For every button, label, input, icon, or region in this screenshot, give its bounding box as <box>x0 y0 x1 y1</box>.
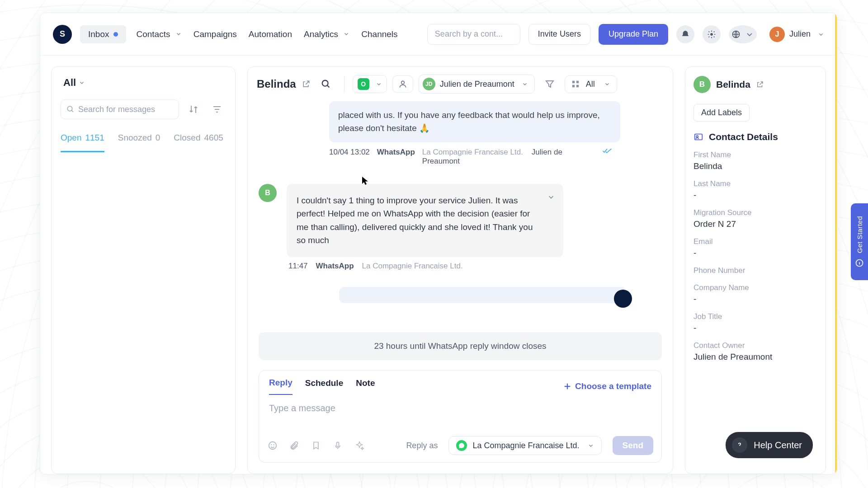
tab-label: Closed <box>174 133 200 144</box>
contact-avatar: B <box>693 76 711 93</box>
nav-automation[interactable]: Automation <box>247 26 294 43</box>
chevron-down-icon <box>376 81 382 87</box>
external-link-icon[interactable] <box>756 80 764 89</box>
user-menu[interactable]: J Julien <box>769 27 824 42</box>
filter-conversation-button[interactable] <box>540 75 559 94</box>
search-conversation-button[interactable] <box>316 74 336 94</box>
svg-rect-12 <box>337 442 339 447</box>
svg-rect-5 <box>572 81 575 83</box>
tab-count: 0 <box>156 133 160 144</box>
settings-button[interactable] <box>703 25 721 43</box>
assignee-name: Julien de Preaumont <box>440 80 514 89</box>
assignee-chip[interactable]: JD Julien de Preaumont <box>419 75 535 94</box>
chevron-down-icon <box>343 31 349 37</box>
tab-open[interactable]: Open 1151 <box>61 133 104 152</box>
choose-template-button[interactable]: Choose a template <box>563 381 651 391</box>
chevron-down-icon <box>175 31 182 37</box>
filter-button[interactable] <box>208 100 226 118</box>
sender-avatar: B <box>259 184 277 202</box>
attach-button[interactable] <box>289 440 300 451</box>
message-meta: 10/04 13:02 WhatsApp La Compagnie Franca… <box>329 148 662 166</box>
nav-contacts[interactable]: Contacts <box>134 26 183 43</box>
nav-campaigns[interactable]: Campaigns <box>192 26 239 43</box>
invite-users-button[interactable]: Invite Users <box>528 24 590 45</box>
chevron-down-icon[interactable] <box>547 193 555 201</box>
svg-point-10 <box>271 444 272 445</box>
send-button[interactable]: Send <box>613 436 653 455</box>
conversation-filter-dropdown[interactable]: All <box>63 77 226 89</box>
external-link-icon[interactable] <box>302 80 311 89</box>
outgoing-message: placed with us. If you have any feedback… <box>329 101 620 142</box>
app-logo[interactable]: S <box>53 25 72 44</box>
user-avatar: J <box>769 27 785 42</box>
top-nav: S Inbox Contacts Campaigns Automation An… <box>40 13 837 56</box>
svg-rect-6 <box>576 81 579 83</box>
composer-tab-reply[interactable]: Reply <box>269 378 292 395</box>
info-icon <box>855 258 864 267</box>
tab-closed[interactable]: Closed 4605 <box>174 133 223 152</box>
sender-selector[interactable]: La Compagnie Francaise Ltd. <box>448 436 601 455</box>
assign-person-button[interactable] <box>392 75 413 93</box>
funnel-icon <box>544 79 555 89</box>
bell-icon <box>681 30 690 39</box>
chevron-down-icon <box>604 81 610 87</box>
filter-icon <box>212 104 222 115</box>
field-first-name: First NameBelinda <box>693 150 817 171</box>
nav-channels[interactable]: Channels <box>359 26 399 43</box>
add-labels-button[interactable]: Add Labels <box>693 104 750 122</box>
sparkle-icon <box>354 441 364 450</box>
search-icon <box>66 105 75 113</box>
field-company: Company Name- <box>693 283 817 304</box>
message-input[interactable]: Type a message <box>259 395 661 432</box>
unread-dot-icon <box>113 32 118 37</box>
placeholder-text: Search by a cont... <box>435 29 503 39</box>
conversation-header: Belinda O JD Julien de Preaumont <box>248 67 673 101</box>
read-receipt-icon <box>602 148 612 154</box>
emoji-icon <box>268 441 278 450</box>
nav-inbox[interactable]: Inbox <box>80 25 126 43</box>
search-messages-input[interactable]: Search for messages <box>61 99 179 119</box>
plus-icon <box>563 382 571 390</box>
meta-time: 11:47 <box>288 262 308 271</box>
paperclip-icon <box>289 441 299 450</box>
global-search-input[interactable]: Search by a cont... <box>427 24 520 45</box>
svg-point-0 <box>710 33 712 35</box>
voice-button[interactable] <box>332 440 343 451</box>
agent-avatar <box>614 290 632 308</box>
nav-label: Analytics <box>304 29 338 39</box>
meta-company: La Compagnie Francaise Ltd. <box>362 262 463 271</box>
messages-area[interactable]: placed with us. If you have any feedback… <box>248 101 673 327</box>
view-label: All <box>586 80 595 89</box>
contact-name: Belinda <box>257 78 296 90</box>
field-job-title: Job Title- <box>693 312 817 333</box>
choose-template-label: Choose a template <box>575 381 651 391</box>
composer-tab-note[interactable]: Note <box>356 378 375 394</box>
ai-button[interactable] <box>354 440 365 451</box>
composer: Reply Schedule Note Choose a template Ty… <box>259 370 662 463</box>
get-started-tab[interactable]: Get Started <box>851 203 868 280</box>
svg-point-9 <box>269 442 277 450</box>
sort-button[interactable] <box>184 100 203 118</box>
chevron-down-icon <box>588 442 594 449</box>
nav-analytics[interactable]: Analytics <box>302 26 351 43</box>
conversation-panel: Belinda O JD Julien de Preaumont <box>247 66 673 474</box>
svg-point-3 <box>322 80 328 86</box>
sort-icon <box>188 104 199 115</box>
language-button[interactable] <box>729 25 757 43</box>
tab-snoozed[interactable]: Snoozed 0 <box>118 133 160 152</box>
view-mode-chip[interactable]: All <box>565 75 617 93</box>
gear-icon <box>707 30 716 39</box>
sender-name: La Compagnie Francaise Ltd. <box>472 441 579 450</box>
bookmark-button[interactable] <box>311 440 321 451</box>
notifications-button[interactable] <box>676 25 694 43</box>
emoji-button[interactable] <box>267 440 278 451</box>
help-center-button[interactable]: Help Center <box>726 432 813 458</box>
upgrade-plan-button[interactable]: Upgrade Plan <box>599 24 668 45</box>
help-icon <box>732 437 747 453</box>
get-started-label: Get Started <box>856 216 863 253</box>
composer-tab-schedule[interactable]: Schedule <box>305 378 343 394</box>
conversation-status-chip[interactable]: O <box>353 75 387 93</box>
field-email: Email- <box>693 237 817 258</box>
search-icon <box>321 79 331 89</box>
status-tabs: Open 1151 Snoozed 0 Closed 4605 <box>61 133 226 152</box>
